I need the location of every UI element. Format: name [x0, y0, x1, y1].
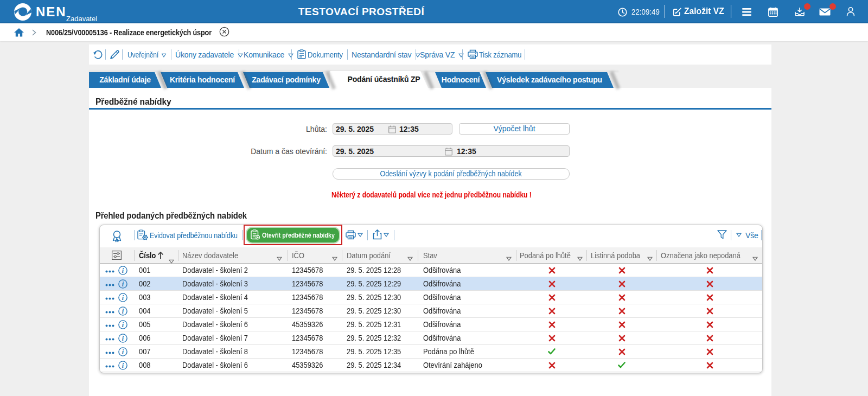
svg-text:i: i — [122, 335, 124, 342]
svg-text:i: i — [122, 362, 124, 369]
svg-text:i: i — [122, 308, 124, 315]
svg-text:i: i — [122, 267, 124, 274]
svg-text:i: i — [122, 348, 124, 356]
svg-text:i: i — [122, 294, 124, 302]
svg-text:i: i — [122, 280, 124, 288]
svg-text:i: i — [122, 321, 124, 329]
